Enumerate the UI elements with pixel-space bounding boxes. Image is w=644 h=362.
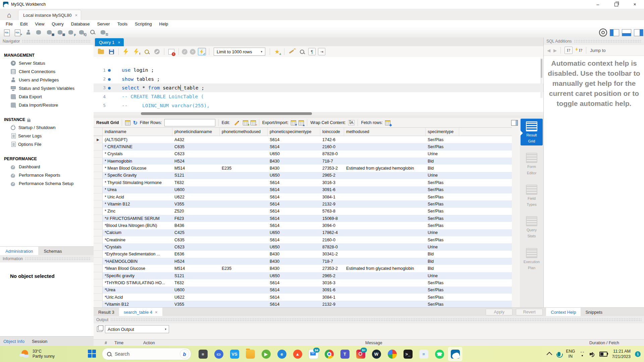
cell-phoneticspecimentype[interactable]: S614: [268, 222, 320, 229]
cell-indianname[interactable]: *Mean Blood Glucose: [103, 265, 172, 272]
cell-specimentype[interactable]: Ser/Plas: [426, 143, 459, 150]
cell-phoneticmethodused[interactable]: [220, 279, 268, 286]
execute-icon[interactable]: [122, 48, 130, 55]
help-forward-icon[interactable]: ▶: [553, 48, 557, 53]
cell-specimentype[interactable]: Bld: [426, 251, 459, 258]
cell-phoneticmethodused[interactable]: [220, 158, 268, 165]
cell-phoneticindianname[interactable]: H524: [172, 258, 220, 265]
help-back-icon[interactable]: ◀: [547, 48, 550, 53]
view-button-execution-plan[interactable]: ExecutionPlan: [521, 245, 543, 272]
cell-loinccode[interactable]: 3091-6: [320, 186, 344, 193]
cell-phoneticspecimentype[interactable]: S614: [268, 301, 320, 308]
delete-row-icon[interactable]: −: [251, 120, 256, 125]
volume-icon[interactable]: [590, 352, 595, 356]
table-row[interactable]: *Mean Blood GlucoseM514E235B43027353-2Es…: [94, 265, 512, 272]
cell-phoneticindianname[interactable]: C635: [172, 143, 220, 150]
cell-indianname[interactable]: * Uric Acid: [103, 193, 172, 200]
cell-loinccode[interactable]: 3084-1: [320, 294, 344, 301]
cell-phoneticindianname[interactable]: Z520: [172, 208, 220, 215]
cell-phoneticmethodused[interactable]: [220, 287, 268, 294]
wrap-cell-content-icon[interactable]: ĪA: [348, 120, 355, 125]
table-row[interactable]: *Vitamin B12V355S6142132-9Ser/Plas: [94, 301, 512, 308]
cell-loinccode[interactable]: 5763-8: [320, 208, 344, 215]
export-icon[interactable]: ▼: [291, 120, 296, 125]
open-script-icon[interactable]: [97, 48, 105, 55]
tab-administration[interactable]: Administration: [0, 247, 38, 255]
column-header-phoneticindianname[interactable]: phoneticindianname: [172, 128, 220, 136]
cell-phoneticspecimentype[interactable]: U650: [268, 229, 320, 236]
taskbar-weather-widget[interactable]: 33°C Partly sunny: [0, 349, 83, 359]
cell-methodused[interactable]: [344, 179, 426, 186]
wrap-text-icon[interactable]: ⇥: [318, 48, 325, 55]
menu-server[interactable]: Server: [93, 21, 113, 26]
taskbar-app-camtasia-icon[interactable]: ▶: [259, 347, 273, 361]
cell-phoneticindianname[interactable]: S121: [172, 172, 220, 179]
table-row[interactable]: *Erythrocyte Sedimentation ...E636B43030…: [94, 251, 512, 258]
taskbar-clock[interactable]: 11:21 AM7/21/2023: [612, 349, 631, 359]
cell-phoneticspecimentype[interactable]: B430: [268, 158, 320, 165]
cell-specimentype[interactable]: Ser/Plas: [426, 287, 459, 294]
cell-methodused[interactable]: [344, 150, 426, 158]
cell-phoneticmethodused[interactable]: [220, 251, 268, 258]
cell-phoneticmethodused[interactable]: [220, 193, 268, 200]
column-header-specimentype[interactable]: specimentype: [426, 128, 459, 136]
cell-specimentype[interactable]: Ser/Plas: [426, 294, 459, 301]
cell-indianname[interactable]: *# FRUCTOSAMINE SERUM: [103, 215, 172, 222]
cell-indianname[interactable]: * Haemoglobin: [103, 158, 172, 165]
table-row[interactable]: * HaemoglobinH524B430718-7Bld: [94, 158, 512, 165]
cell-phoneticspecimentype[interactable]: S614: [268, 279, 320, 286]
taskbar-app-instagram-icon[interactable]: 9+: [354, 347, 368, 361]
new-table-icon[interactable]: ▦: [46, 29, 54, 36]
toggle-automatic-help-icon[interactable]: I?: [576, 48, 582, 53]
table-row[interactable]: *CreatinineC635S6142160-0Ser/Plas: [94, 236, 512, 243]
cell-loinccode[interactable]: 3094-0: [320, 222, 344, 229]
search-table-data-icon[interactable]: [89, 29, 97, 36]
cell-indianname[interactable]: *Blood Urea Nitrogen (BUN): [103, 222, 172, 229]
notification-count-badge[interactable]: 1: [635, 351, 641, 357]
cell-phoneticindianname[interactable]: T632: [172, 179, 220, 186]
query-tab[interactable]: Query 1 ×: [95, 38, 124, 46]
bing-icon[interactable]: b: [180, 349, 189, 359]
table-row[interactable]: * UreaU600S6143091-6Ser/Plas: [94, 186, 512, 193]
toggle-bottom-panel-button[interactable]: [622, 29, 631, 36]
cell-indianname[interactable]: *Uric Acid: [103, 294, 172, 301]
cell-phoneticspecimentype[interactable]: S614: [268, 136, 320, 143]
table-row[interactable]: ▶(ALT/SGPT)A432S6141742-6Ser/Plas: [94, 136, 512, 143]
taskbar-app-file-explorer-icon[interactable]: [243, 347, 257, 361]
cell-phoneticmethodused[interactable]: [220, 215, 268, 222]
result-tab-search_table-4[interactable]: search_table 4×: [119, 308, 162, 316]
stop-on-error-icon[interactable]: [167, 48, 175, 55]
taskbar-app-chat-icon[interactable]: ▭: [212, 347, 226, 361]
cell-loinccode[interactable]: 3091-6: [320, 287, 344, 294]
cell-loinccode[interactable]: 718-7: [320, 158, 344, 165]
cell-specimentype[interactable]: Ser/Plas: [426, 200, 459, 207]
battery-icon[interactable]: [599, 352, 607, 357]
cell-indianname[interactable]: * Specific Gravity: [103, 172, 172, 179]
editor-line-5[interactable]: 5-- LOINC_NUM varchar(255),: [94, 101, 543, 110]
table-row[interactable]: *THYROID STIMULATING HO...T632S6143016-3…: [94, 279, 512, 286]
table-row[interactable]: * Specific GravityS121U6502965-2Urine: [94, 172, 512, 179]
cell-phoneticmethodused[interactable]: [220, 243, 268, 250]
cell-methodused[interactable]: [344, 294, 426, 301]
start-button[interactable]: [88, 350, 97, 358]
cell-phoneticmethodused[interactable]: [220, 179, 268, 186]
cell-phoneticmethodused[interactable]: [220, 150, 268, 158]
cell-indianname[interactable]: *Erythrocyte Sedimentation ...: [103, 251, 172, 258]
tab-object-info[interactable]: Object Info: [3, 339, 24, 344]
cell-phoneticspecimentype[interactable]: S614: [268, 215, 320, 222]
column-header-phoneticmethodused[interactable]: phoneticmethodused: [220, 128, 268, 136]
table-row[interactable]: *CrystalsC623U65087828-0Urine: [94, 243, 512, 250]
table-row[interactable]: * Thyroid Stimulating HormoneT632S614301…: [94, 179, 512, 186]
new-function-icon[interactable]: f(): [78, 29, 87, 36]
output-type-dropdown[interactable]: Action Output▾: [105, 325, 169, 333]
cell-loinccode[interactable]: 15069-8: [320, 215, 344, 222]
cell-methodused[interactable]: [344, 258, 426, 265]
taskbar-app-brave-icon[interactable]: ▲: [290, 347, 305, 361]
server-admin-icon[interactable]: ⚿: [99, 29, 108, 36]
taskbar-app-edge-icon[interactable]: e: [275, 347, 289, 361]
table-row[interactable]: * CrystalsC623U65087828-0Urine: [94, 150, 512, 158]
view-button-form-editor[interactable]: FormEditor: [521, 150, 543, 177]
account-icon[interactable]: [599, 28, 607, 37]
cell-specimentype[interactable]: Urine: [426, 150, 459, 158]
close-icon[interactable]: ×: [75, 13, 78, 18]
